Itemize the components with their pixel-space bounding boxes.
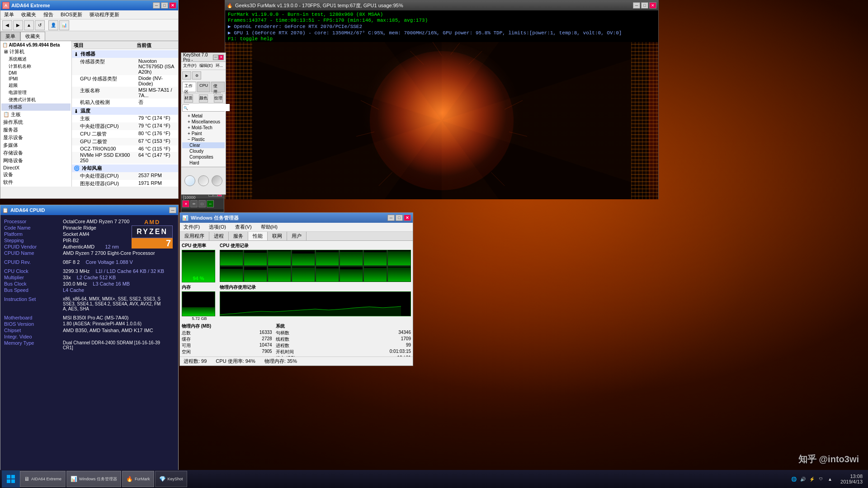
ks-menu-env[interactable]: 环... [216, 63, 223, 69]
tray-icon-chevron[interactable]: ▲ [826, 475, 834, 483]
tree-item-power[interactable]: 电源管理 [1, 89, 71, 96]
ks-material-plastic[interactable]: − Plastic [182, 136, 225, 142]
tree-item-computer[interactable]: 🖥 计算机 [1, 48, 71, 56]
tree-item-display[interactable]: 显示设备 [1, 134, 71, 141]
keyshot-minimize[interactable]: ─ [213, 55, 218, 60]
maximize-button[interactable]: □ [161, 2, 168, 9]
tree-item-software[interactable]: 软件 [1, 178, 71, 186]
tm-tab-network[interactable]: 联网 [268, 232, 287, 240]
taskmanager-minimize[interactable]: ─ [387, 215, 395, 221]
ks-tab-workspace[interactable]: 工作区 [182, 82, 196, 92]
ks-render-btn[interactable]: ▶ [182, 71, 191, 80]
taskbar-item-furmark[interactable]: 🔥 FurMark [122, 471, 154, 487]
tm-tab-users[interactable]: 用户 [287, 232, 307, 240]
taskbar-item-aida64[interactable]: 🖥 AIDA64 Extreme [20, 471, 66, 487]
ks-material-cloudy[interactable]: Cloudy [182, 148, 225, 154]
tm-tab-services[interactable]: 服务 [229, 232, 248, 240]
tray-icon-battery[interactable]: ⚡ [808, 475, 816, 483]
furmark-info-bar: FurMark v1.19.0.0 - Burn-in test, 1280x9… [225, 10, 658, 42]
ks-material-paint[interactable]: + Paint [182, 131, 225, 136]
tree-item-compname[interactable]: 计算机名称 [1, 63, 71, 70]
forward-button[interactable]: ▶ [13, 20, 23, 30]
tree-item-aida64[interactable]: 📋 AIDA64 v5.99.4944 Beta [1, 42, 71, 48]
menu-item-drivers[interactable]: 驱动程序更新 [88, 10, 121, 19]
menu-item-file[interactable]: 菜单 [2, 10, 16, 19]
taskmanager-close[interactable]: ✕ [404, 215, 411, 221]
ks-settings-btn[interactable]: ⚙ [192, 71, 201, 80]
tray-icon-network[interactable]: 🌐 [790, 475, 797, 483]
ks-material-mold[interactable]: + Mold-Tech [182, 125, 225, 131]
tm-tab-apps[interactable]: 应用程序 [180, 232, 209, 240]
taskbar-item-taskman[interactable]: 📊 Windows 任务管理器 [66, 471, 121, 487]
tray-icon-volume[interactable]: 🔊 [799, 475, 807, 483]
furmark-maximize[interactable]: □ [641, 2, 648, 9]
tree-item-devices[interactable]: 设备 [1, 171, 71, 178]
tree-item-ipmi[interactable]: IPMI [1, 76, 71, 82]
ks-material-misc[interactable]: + Miscellaneous [182, 119, 225, 125]
cpu-core-14 [363, 266, 387, 282]
photo-tool-select[interactable]: □ [198, 200, 206, 207]
cpuid-minimize[interactable]: ─ [169, 207, 176, 213]
svg-rect-0 [235, 42, 649, 199]
tree-item-os[interactable]: 操作系统 [1, 118, 71, 126]
photo-toolbar: ✕ ✏ □ ↔ [181, 198, 224, 209]
tree-item-board[interactable]: 📋 主板 [1, 111, 71, 118]
tree-item-security[interactable]: 安全性 [1, 186, 71, 187]
tree-item-network[interactable]: 网络设备 [1, 157, 71, 164]
tree-item-dmi[interactable]: DMI [1, 70, 71, 76]
ks-material-composites[interactable]: Composites [182, 154, 225, 160]
tm-tab-processes[interactable]: 进程 [209, 232, 229, 240]
ks-menu-file[interactable]: 文件(F) [183, 63, 197, 69]
tm-menu-view[interactable]: 查看(V) [233, 223, 254, 231]
photo-tool-move[interactable]: ↔ [207, 200, 214, 207]
back-button[interactable]: ◀ [2, 20, 12, 30]
menu-item-report[interactable]: 报告 [42, 10, 55, 19]
menu-item-favorites[interactable]: 收藏夹 [19, 10, 38, 19]
tab-favorites[interactable]: 收藏夹 [20, 32, 45, 41]
close-button[interactable]: ✕ [169, 2, 176, 9]
taskbar-item-keyshot[interactable]: 💎 KeyShot [155, 471, 187, 487]
tree-item-portable[interactable]: 便携式计算机 [1, 96, 71, 103]
photo-tool-pencil[interactable]: ✏ [190, 200, 198, 207]
ks-material-hard[interactable]: Hard [182, 160, 225, 166]
photo-tool-close[interactable]: ✕ [182, 200, 189, 207]
refresh-button[interactable]: ↺ [35, 20, 45, 30]
tree-item-storage[interactable]: 存储设备 [1, 149, 71, 157]
ryzen-logo-area: AMD RYZEN 7 [132, 219, 173, 249]
minimize-button[interactable]: ─ [153, 2, 160, 9]
tree-item-sensors[interactable]: 传感器 [1, 103, 71, 111]
tree-item-directx[interactable]: DirectX [1, 164, 71, 171]
ks-texture-btn[interactable]: 纹理 [214, 94, 223, 103]
tree-item-overclock[interactable]: 超频 [1, 82, 71, 89]
taskbar-item-icon-taskman: 📊 [71, 476, 77, 482]
chart-button[interactable]: 📊 [59, 20, 69, 30]
tm-menu-help[interactable]: 帮助(H) [259, 223, 279, 231]
furmark-render-area [225, 42, 658, 199]
ks-color-btn[interactable]: 颜色 [199, 94, 208, 103]
furmark-minimize[interactable]: ─ [633, 2, 640, 9]
tm-menu-options[interactable]: 选项(O) [207, 223, 228, 231]
taskmanager-maximize[interactable]: □ [396, 215, 403, 221]
user-button[interactable]: 👤 [48, 20, 58, 30]
tm-menu-file[interactable]: 文件(F) [182, 223, 202, 231]
tm-tab-perf[interactable]: 性能 [248, 232, 268, 240]
ks-tab-cpu[interactable]: CPU [197, 82, 210, 92]
ks-material-clear[interactable]: Clear [182, 142, 225, 148]
ks-mat-btn[interactable]: 材质 [184, 94, 193, 103]
keyshot-close[interactable]: ✕ [218, 55, 224, 60]
taskbar-item-icon-keyshot: 💎 [159, 476, 166, 482]
memory-usage-label: 5.72 GB [182, 316, 217, 321]
tray-icon-antivirus[interactable]: 🛡 [817, 475, 825, 483]
tree-item-overview[interactable]: 系统概述 [1, 56, 71, 63]
ks-material-metal[interactable]: + Metal [182, 113, 225, 119]
ks-tab-usage[interactable]: 使用... [211, 82, 225, 92]
ks-menu-edit[interactable]: 编辑(E) [199, 63, 213, 69]
tree-item-server[interactable]: 服务器 [1, 126, 71, 134]
tree-item-multimedia[interactable]: 多媒体 [1, 141, 71, 149]
furmark-close[interactable]: ✕ [649, 2, 656, 9]
up-button[interactable]: ▲ [24, 20, 34, 30]
ks-search-input[interactable] [189, 104, 230, 111]
tab-menu[interactable]: 菜单 [0, 32, 20, 41]
start-button[interactable] [2, 470, 20, 488]
menu-item-bios[interactable]: BIOS更新 [59, 10, 84, 19]
